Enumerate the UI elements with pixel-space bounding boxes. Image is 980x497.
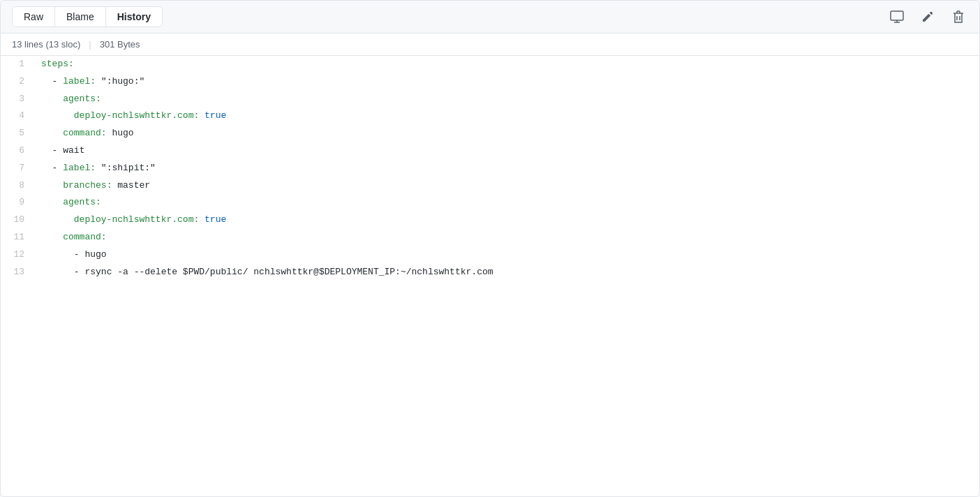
line-content: - label: ":hugo:" (36, 73, 979, 91)
table-row: 6 - wait (1, 142, 979, 160)
line-number: 3 (1, 91, 36, 108)
line-content: deploy-nchlswhttkr.com: true (36, 107, 979, 125)
table-row: 5 command: hugo (1, 125, 979, 142)
line-number: 12 (1, 246, 36, 264)
table-row: 7 - label: ":shipit:" (1, 160, 979, 177)
table-row: 2 - label: ":hugo:" (1, 73, 979, 91)
table-row: 9 agents: (1, 194, 979, 212)
table-row: 1 steps: (1, 56, 979, 73)
edit-icon[interactable] (918, 7, 937, 27)
line-content: - hugo (36, 246, 979, 264)
line-number: 6 (1, 142, 36, 160)
line-number: 9 (1, 194, 36, 212)
size-info: 301 Bytes (100, 39, 140, 50)
line-number: 5 (1, 125, 36, 142)
table-row: 4 deploy-nchlswhttkr.com: true (1, 107, 979, 125)
line-content: command: hugo (36, 125, 979, 142)
line-content: deploy-nchlswhttkr.com: true (36, 212, 979, 229)
tab-raw[interactable]: Raw (13, 7, 55, 27)
table-row: 12 - hugo (1, 246, 979, 264)
line-content: branches: master (36, 177, 979, 195)
meta-separator: | (89, 39, 91, 50)
line-content: - rsync -a --delete $PWD/public/ nchlswh… (36, 264, 979, 281)
delete-icon[interactable] (949, 7, 968, 27)
file-meta: 13 lines (13 sloc) | 301 Bytes (1, 34, 979, 56)
table-row: 13 - rsync -a --delete $PWD/public/ nchl… (1, 264, 979, 281)
line-content: command: (36, 229, 979, 246)
tab-history[interactable]: History (106, 7, 162, 27)
line-number: 7 (1, 160, 36, 177)
table-row: 8 branches: master (1, 177, 979, 195)
line-content: - wait (36, 142, 979, 160)
file-header: Raw Blame History (1, 1, 979, 34)
line-number: 10 (1, 212, 36, 229)
line-content: steps: (36, 56, 979, 73)
line-number: 11 (1, 229, 36, 246)
lines-info: 13 lines (13 sloc) (12, 39, 80, 50)
svg-rect-0 (891, 11, 903, 20)
line-content: - label: ":shipit:" (36, 160, 979, 177)
line-content: agents: (36, 194, 979, 212)
tab-group: Raw Blame History (12, 6, 163, 27)
line-number: 1 (1, 56, 36, 73)
action-icons (887, 7, 968, 27)
code-container: 1 steps: 2 - label: ":hugo:" 3 agents: 4 (1, 56, 979, 281)
line-number: 2 (1, 73, 36, 91)
line-number: 4 (1, 107, 36, 125)
line-number: 8 (1, 177, 36, 195)
line-number: 13 (1, 264, 36, 281)
line-content: agents: (36, 91, 979, 108)
display-icon[interactable] (887, 7, 907, 27)
file-viewer: Raw Blame History (0, 0, 980, 497)
code-table: 1 steps: 2 - label: ":hugo:" 3 agents: 4 (1, 56, 979, 281)
table-row: 11 command: (1, 229, 979, 246)
tab-blame[interactable]: Blame (55, 7, 106, 27)
table-row: 10 deploy-nchlswhttkr.com: true (1, 212, 979, 229)
table-row: 3 agents: (1, 91, 979, 108)
